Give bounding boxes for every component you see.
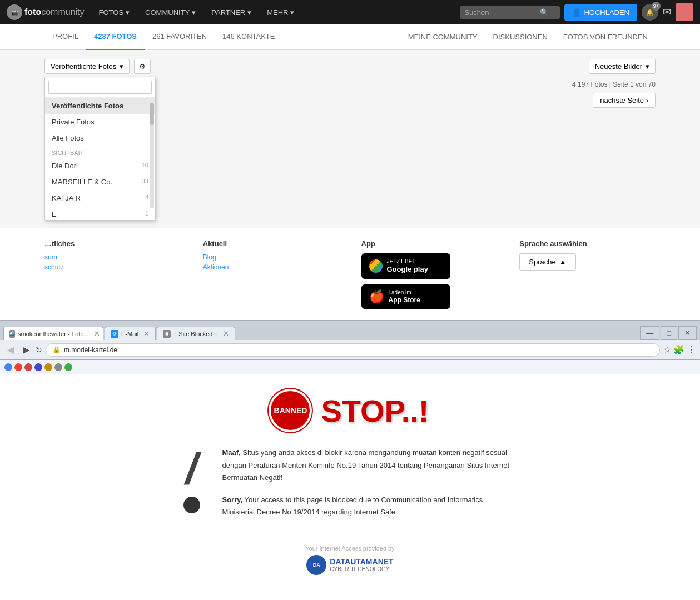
nav-mehr[interactable]: MEHR ▾ [261, 0, 300, 24]
chevron-down-icon: ▾ [646, 62, 649, 71]
browser-tab-blocked[interactable]: ◼ :: Site Blocked :: ✕ [157, 327, 235, 340]
bookmark-star-button[interactable]: ☆ [663, 344, 671, 355]
tab-favoriten[interactable]: 261 FAVORITEN [145, 24, 215, 50]
apple-icon: 🍎 [369, 289, 384, 304]
blocked-page: BANNED STOP..! / Maaf, Situs yang anda a… [0, 374, 700, 600]
next-page-button[interactable]: nächste Seite › [593, 93, 656, 108]
chevron-down-icon: ▾ [120, 62, 123, 71]
nav-partner[interactable]: PARTNER ▾ [206, 0, 257, 24]
dropdown-item-alle[interactable]: Alle Fotos [45, 130, 155, 146]
dat-logo: DA DATAUTAMANET CYBER TECHNOLOGY [306, 555, 393, 575]
tab-diskussionen[interactable]: DISKUSSIONEN [485, 24, 555, 50]
bookmark-dot [64, 363, 72, 371]
tab-meine-community[interactable]: MEINE COMMUNITY [400, 24, 485, 50]
notification-badge: 9+ [652, 2, 661, 11]
blocked-text-col: Maaf, Situs yang anda akses di blokir ka… [222, 447, 517, 528]
filter-right: Neueste Bilder ▾ [589, 59, 656, 74]
tab-favicon: @ [111, 330, 118, 338]
stop-banner: BANNED STOP..! [271, 391, 429, 430]
footer-link-schutz[interactable]: schutz [44, 263, 181, 271]
stop-sign-icon: BANNED [271, 391, 310, 430]
bookmark-dot [54, 363, 62, 371]
forward-button[interactable]: ▶ [20, 343, 32, 356]
dropdown-album-katja[interactable]: KATJA R 4 [45, 190, 155, 206]
nav-fotos[interactable]: FOTOS ▾ [93, 0, 136, 24]
app-store-button[interactable]: 🍎 Laden im App Store [361, 284, 450, 309]
browser-minimize-button[interactable]: — [640, 326, 659, 340]
tab-close-button[interactable]: ✕ [223, 329, 229, 338]
chevron-down-icon: ▾ [247, 8, 251, 17]
dropdown-album-dori[interactable]: Die Dori 10 [45, 158, 155, 174]
browser-tab-email[interactable]: @ E-Mail ✕ [105, 327, 156, 340]
footer-text: Your Internet Access provided by [305, 545, 394, 552]
google-play-icon [369, 259, 383, 273]
filter-row: Veröffentlichte Fotos ▾ Veröffentlichte … [44, 59, 656, 74]
dropdown-album-marseille[interactable]: MARSEILLE & Co. 33 [45, 174, 155, 190]
filter-dropdown-container: Veröffentlichte Fotos ▾ Veröffentlichte … [44, 59, 130, 74]
dat-logo-text: DATAUTAMANET [330, 557, 393, 566]
refresh-button[interactable]: ↻ [36, 346, 42, 354]
tab-profil[interactable]: PROFIL [44, 24, 86, 50]
footer-col-app: App JETZT BEI Google play 🍎 Laden im App… [361, 239, 498, 309]
mail-icon[interactable]: ✉ [663, 6, 671, 18]
tab-close-button[interactable]: ✕ [94, 329, 100, 338]
gear-button[interactable]: ⚙ [134, 59, 151, 74]
tab-close-button[interactable]: ✕ [143, 329, 150, 338]
upload-icon: 👤 [572, 8, 581, 17]
footer-col-title: Aktuell [203, 239, 339, 248]
album-count: 1 [145, 210, 148, 217]
profile-tabs: PROFIL 4287 FOTOS 261 FAVORITEN 146 KONT… [0, 24, 700, 50]
nav-community[interactable]: COMMUNITY ▾ [140, 0, 201, 24]
filter-dropdown-button[interactable]: Veröffentlichte Fotos ▾ [44, 59, 130, 74]
sort-button[interactable]: Neueste Bilder ▾ [589, 59, 656, 74]
dropdown-item-private[interactable]: Private Fotos [45, 114, 155, 130]
browser-tab-smokeonthewater[interactable]: 🌊 smokeonthewater - Foto... ✕ [3, 327, 103, 340]
footer-col-lang: Sprache auswählen Sprache ▲ [519, 239, 656, 309]
footer-link-blog[interactable]: Blog [203, 253, 339, 261]
browser-restore-button[interactable]: □ [661, 326, 677, 340]
language-button[interactable]: Sprache ▲ [519, 253, 575, 271]
bookmark-dot [34, 363, 42, 371]
footer-link-aktionen[interactable]: Aktionen [203, 263, 339, 271]
blocked-para-2: Sorry, Your access to this page is block… [222, 494, 517, 518]
logo-text: fotocommunity [24, 7, 85, 17]
filter-dropdown-menu: Veröffentlichte Fotos Private Fotos Alle… [44, 77, 156, 221]
dat-logo-sub: CYBER TECHNOLOGY [330, 566, 393, 572]
avatar[interactable] [676, 3, 693, 21]
tab-fotos[interactable]: 4287 FOTOS [86, 24, 145, 50]
logo[interactable]: 📷 fotocommunity [7, 4, 85, 20]
bookmark-dot [4, 363, 12, 371]
dropdown-section-label: Sichtbar [45, 146, 155, 158]
extensions-button[interactable]: 🧩 [673, 344, 684, 355]
lock-icon: 🔒 [53, 346, 61, 353]
notifications-button[interactable]: 🔔 9+ [642, 4, 658, 21]
chevron-down-icon: ▾ [290, 8, 294, 17]
dropdown-scrollbar[interactable] [150, 103, 154, 208]
footer-link-sum[interactable]: sum [44, 253, 181, 261]
dropdown-item-veroeffentlichte[interactable]: Veröffentlichte Fotos [45, 98, 155, 114]
dropdown-search-input[interactable] [48, 81, 152, 94]
footer-col-title: …tliches [44, 239, 181, 248]
footer-col-aktuell: Aktuell Blog Aktionen [203, 239, 339, 309]
url-bar[interactable]: 🔒 m.model-kartei.de [46, 343, 660, 357]
back-button[interactable]: ◀ [4, 343, 17, 356]
tab-kontakte[interactable]: 146 KONTAKTE [215, 24, 282, 50]
footer-col-tliches: …tliches sum schutz [44, 239, 181, 309]
search-input[interactable] [464, 8, 537, 17]
app-buttons: JETZT BEI Google play 🍎 Laden im App Sto… [361, 253, 498, 309]
browser-menu-button[interactable]: ⋮ [687, 344, 696, 355]
footer-col-title: App [361, 239, 498, 248]
logo-icon: 📷 [7, 4, 22, 20]
bookmark-dot [24, 363, 32, 371]
upload-button[interactable]: 👤 HOCHLADEN [564, 4, 637, 21]
tab-fotos-von-freunden[interactable]: FOTOS VON FREUNDEN [555, 24, 656, 50]
google-play-button[interactable]: JETZT BEI Google play [361, 253, 450, 279]
tab-favicon: ◼ [163, 330, 171, 338]
dropdown-search-area [45, 77, 155, 98]
exclamation-col: / [183, 447, 200, 513]
album-count: 33 [142, 178, 148, 184]
album-count: 4 [145, 194, 148, 201]
browser-close-button[interactable]: ✕ [678, 326, 697, 340]
dropdown-album-e[interactable]: E 1 [45, 206, 155, 220]
dropdown-list: Veröffentlichte Fotos Private Fotos Alle… [45, 98, 155, 220]
